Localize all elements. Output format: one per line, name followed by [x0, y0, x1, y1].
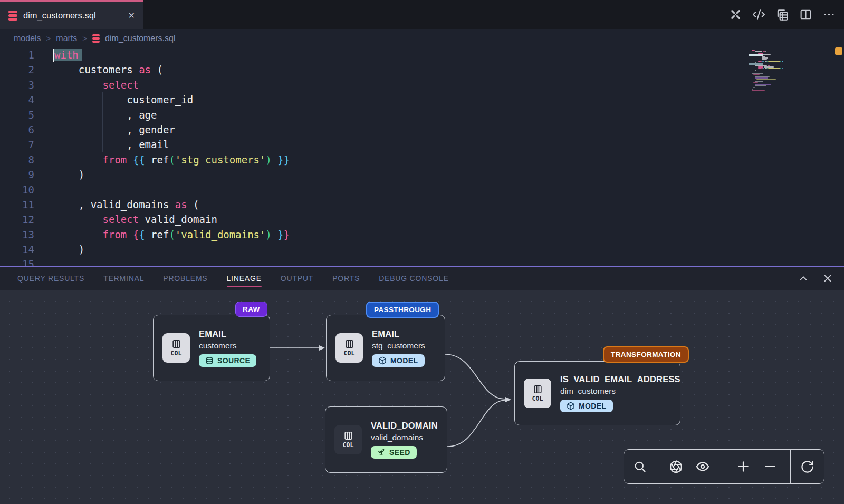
code-line[interactable]: 11 , valid_domains as (	[0, 197, 844, 212]
graph-toolbar	[624, 449, 824, 484]
text-cursor	[53, 49, 54, 62]
code-line[interactable]: 5 , age	[0, 108, 844, 122]
line-number: 11	[0, 197, 34, 212]
model-name: dim_customers	[560, 386, 680, 396]
code-line[interactable]: 2 customers as (	[0, 62, 844, 77]
breadcrumb: models > marts > dim_customers.sql	[0, 29, 844, 47]
column-toggle-label: COL	[343, 441, 354, 449]
model-name: stg_customers	[372, 341, 425, 351]
column-toggle-label: COL	[344, 350, 355, 357]
line-number: 12	[0, 212, 34, 227]
breadcrumb-separator: >	[82, 34, 87, 43]
breadcrumb-item-file[interactable]: dim_customers.sql	[105, 34, 175, 43]
model-name: customers	[199, 341, 256, 351]
tag-badge-transformation: TRANSFORMATION	[603, 346, 689, 363]
overview-ruler-marker	[835, 47, 842, 55]
panel-tab-output[interactable]: OUTPUT	[281, 274, 313, 283]
panel-tab-query-results[interactable]: QUERY RESULTS	[17, 274, 84, 283]
column-toggle[interactable]: COL	[162, 333, 190, 363]
column-toggle[interactable]: COL	[334, 425, 362, 454]
code-line[interactable]: 15	[0, 257, 844, 266]
node-type-badge: MODEL	[560, 400, 613, 412]
node-info: VALID_DOMAIN valid_domains SEED	[371, 421, 438, 459]
panel-tab-terminal[interactable]: TERMINAL	[103, 274, 144, 283]
node-info: IS_VALID_EMAIL_ADDRESS dim_customers MOD…	[560, 374, 680, 412]
line-number: 10	[0, 182, 34, 197]
line-number: 1	[0, 47, 34, 62]
model-name: valid_domains	[371, 433, 438, 442]
lineage-canvas[interactable]: COL EMAIL customers SOURCE COL EMAIL stg…	[0, 290, 844, 504]
query-preview-icon[interactable]	[775, 8, 789, 22]
zoom-in-icon[interactable]	[736, 459, 751, 474]
refresh-icon[interactable]	[800, 460, 814, 474]
node-info: EMAIL stg_customers MODEL	[372, 329, 425, 367]
code-editor[interactable]: 1with2 customers as (3 select4 customer_…	[0, 47, 844, 266]
panel-tab-bar: QUERY RESULTSTERMINALPROBLEMSLINEAGEOUTP…	[0, 266, 844, 290]
column-toggle-label: COL	[171, 350, 182, 357]
panel-tab-problems[interactable]: PROBLEMS	[163, 274, 207, 283]
line-number: 15	[0, 257, 34, 266]
code-line[interactable]: 14 )	[0, 242, 844, 257]
code-line[interactable]: 13 from {{ ref('valid_domains') }}	[0, 227, 844, 242]
code-line[interactable]: 10	[0, 182, 844, 197]
database-icon	[8, 11, 17, 21]
code-line[interactable]: 6 , gender	[0, 122, 844, 137]
dbt-logo-icon[interactable]	[729, 8, 742, 21]
cube-icon	[378, 356, 387, 365]
lineage-node-customers[interactable]: COL EMAIL customers SOURCE	[153, 315, 270, 381]
code-line[interactable]: 8 from {{ ref('stg_customers') }}	[0, 152, 844, 167]
tag-badge-passthrough: PASSTHROUGH	[366, 302, 439, 318]
tab-close-icon[interactable]: ✕	[128, 11, 135, 21]
node-type-badge: SEED	[371, 446, 417, 459]
line-number: 14	[0, 242, 34, 257]
breadcrumb-separator: >	[46, 34, 51, 43]
code-line[interactable]: 1with	[0, 47, 844, 62]
zoom-out-icon[interactable]	[763, 459, 778, 474]
lineage-node-dim-customers[interactable]: COL IS_VALID_EMAIL_ADDRESS dim_customers…	[514, 361, 680, 425]
search-icon[interactable]	[633, 460, 647, 474]
lineage-node-stg-customers[interactable]: COL EMAIL stg_customers MODEL	[326, 315, 445, 381]
column-name: IS_VALID_EMAIL_ADDRESS	[560, 374, 680, 384]
code-line[interactable]: 12 select valid_domain	[0, 212, 844, 227]
tag-badge-raw: RAW	[235, 302, 267, 317]
line-number: 2	[0, 62, 34, 77]
breadcrumb-item-marts[interactable]: marts	[56, 34, 77, 43]
breadcrumb-item-models[interactable]: models	[14, 34, 41, 43]
close-panel-icon[interactable]	[822, 273, 833, 284]
column-name: EMAIL	[372, 329, 425, 339]
node-type-badge: MODEL	[372, 354, 425, 367]
sprout-icon	[377, 448, 386, 457]
eye-icon[interactable]	[695, 459, 710, 474]
minimap-selection-marker	[749, 54, 763, 56]
code-line[interactable]: 7 , email	[0, 137, 844, 152]
more-actions-icon[interactable]	[822, 8, 836, 21]
line-number: 4	[0, 92, 34, 107]
line-number: 9	[0, 167, 34, 182]
tab-title: dim_customers.sql	[23, 11, 96, 21]
code-line[interactable]: 4 customer_id	[0, 92, 844, 107]
aperture-icon[interactable]	[669, 460, 683, 474]
column-toggle[interactable]: COL	[335, 333, 363, 363]
line-number: 3	[0, 77, 34, 92]
collapse-panel-icon[interactable]	[798, 273, 809, 284]
column-name: VALID_DOMAIN	[371, 421, 438, 431]
column-toggle[interactable]: COL	[524, 379, 551, 408]
line-number: 8	[0, 152, 34, 167]
columns-icon	[343, 431, 353, 441]
panel-tab-debug-console[interactable]: DEBUG CONSOLE	[379, 274, 449, 283]
code-lines: 1with2 customers as (3 select4 customer_…	[0, 47, 844, 266]
line-number: 13	[0, 227, 34, 242]
editor-tab-dim-customers[interactable]: dim_customers.sql ✕	[0, 0, 143, 29]
code-line[interactable]: 3 select	[0, 77, 844, 92]
columns-icon	[344, 339, 354, 349]
code-icon[interactable]	[752, 8, 765, 21]
panel-tab-lineage[interactable]: LINEAGE	[227, 274, 262, 283]
columns-icon	[171, 339, 181, 349]
column-name: EMAIL	[199, 329, 256, 339]
panel-tabs: QUERY RESULTSTERMINALPROBLEMSLINEAGEOUTP…	[17, 274, 449, 283]
panel-tab-ports[interactable]: PORTS	[332, 274, 360, 283]
lineage-node-valid-domains[interactable]: COL VALID_DOMAIN valid_domains SEED	[325, 406, 447, 473]
code-line[interactable]: 9 )	[0, 167, 844, 182]
editor-actions	[729, 0, 836, 29]
split-editor-icon[interactable]	[799, 8, 812, 21]
